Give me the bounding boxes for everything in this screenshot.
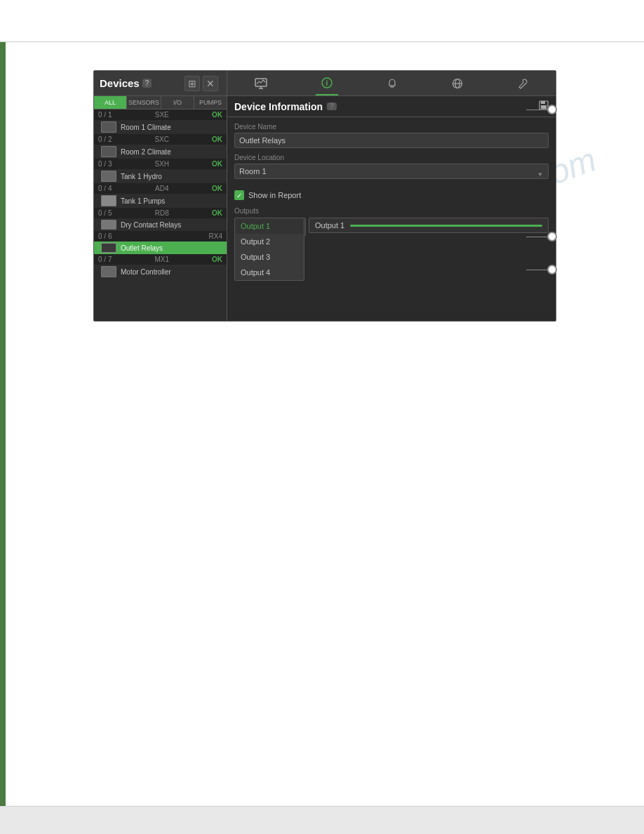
device-item-6[interactable]: Outlet Relays	[94, 241, 227, 254]
output-option-3[interactable]: Output 3	[235, 249, 304, 265]
device-type-4: AD4	[155, 185, 168, 192]
add-device-button[interactable]: ⊞	[185, 76, 200, 91]
device-group-header-6: 0 / 6 RX4	[94, 231, 227, 241]
device-icon-5	[101, 220, 116, 230]
nav-globe-icon[interactable]	[446, 71, 469, 95]
callout-line-3	[526, 270, 547, 270]
device-icon-7	[101, 266, 116, 277]
device-id-5: 0 / 5	[98, 209, 112, 217]
output-slider	[350, 225, 542, 227]
filter-tab-io[interactable]: I/O	[161, 96, 194, 109]
output-detail-area: Output 1	[309, 218, 549, 233]
device-group-header-4: 0 / 4 AD4 OK	[94, 183, 227, 194]
device-status-1: OK	[212, 111, 222, 119]
device-name-1: Room 1 Climate	[121, 124, 171, 131]
devices-title: Devices	[100, 77, 140, 89]
app-window: Devices ? ⊞ ✕	[93, 70, 556, 322]
device-id-6: 0 / 6	[98, 232, 112, 240]
device-group-header-7: 0 / 7 MX1 OK	[94, 254, 227, 265]
output-option-1[interactable]: Output 1	[235, 218, 304, 234]
callout-dot-1	[547, 105, 557, 114]
device-type-3: SXH	[154, 160, 169, 168]
app-content: ALL SENSORS I/O PUMPS 0 / 1 SXE OK Room …	[94, 96, 556, 321]
callout-dot-3	[547, 265, 557, 274]
device-item-3[interactable]: Tank 1 Hydro	[94, 169, 227, 183]
device-sidebar: ALL SENSORS I/O PUMPS 0 / 1 SXE OK Room …	[94, 96, 227, 321]
device-icon-2	[101, 146, 116, 157]
device-group-header-2: 0 / 2 SXC OK	[94, 134, 227, 145]
nav-wrench-icon[interactable]	[511, 71, 534, 95]
device-name-2: Room 2 Climate	[121, 148, 171, 156]
device-id-7: 0 / 7	[98, 256, 112, 263]
main-container: manualorive.com Devices ? ⊞ ✕	[6, 42, 644, 806]
panel-body: Device Name Device Location Room 1 Room …	[227, 117, 556, 321]
output-option-4[interactable]: Output 4	[235, 265, 304, 280]
panel-title: Device Information	[234, 101, 323, 112]
device-item-1[interactable]: Room 1 Climate	[94, 120, 227, 134]
toolbar-icons: ⊞ ✕	[185, 76, 221, 91]
device-location-wrapper: Room 1 Room 2	[234, 164, 549, 185]
device-item-7[interactable]: Motor Controller	[94, 265, 227, 279]
device-icon-1	[101, 121, 116, 133]
device-name-6: Outlet Relays	[121, 244, 163, 252]
device-status-2: OK	[212, 135, 222, 143]
nav-monitor-icon[interactable]	[249, 71, 273, 95]
device-item-2[interactable]: Room 2 Climate	[94, 145, 227, 159]
device-name-3: Tank 1 Hydro	[121, 173, 162, 180]
bottom-bar	[0, 806, 644, 834]
show-in-report-checkbox[interactable]	[234, 190, 244, 200]
svg-text:i: i	[326, 79, 328, 87]
callout-2	[526, 232, 557, 241]
outputs-label: Outputs	[234, 207, 549, 215]
device-type-2: SXC	[154, 135, 169, 143]
output-option-2[interactable]: Output 2	[235, 234, 304, 249]
nav-info-icon[interactable]: i	[316, 71, 338, 95]
device-name-label: Device Name	[234, 123, 549, 131]
device-name-7: Motor Controller	[121, 268, 171, 276]
device-status-3: OK	[212, 160, 222, 168]
devices-badge: ?	[142, 79, 152, 88]
callout-1	[526, 105, 557, 114]
device-icon-3	[101, 171, 116, 182]
device-type-7: MX1	[154, 256, 169, 263]
show-in-report-row: Show in Report	[234, 190, 549, 200]
device-icon-4	[101, 195, 116, 206]
callout-3	[526, 265, 557, 274]
device-name-5: Dry Contact Relays	[121, 221, 181, 229]
output-dropdown[interactable]: Output 1 Output 2 Output 3 Output 4	[234, 218, 304, 281]
device-icon-6	[101, 243, 116, 253]
device-id-3: 0 / 3	[98, 160, 112, 168]
panel-help-badge: ?	[327, 102, 337, 110]
filter-tab-sensors[interactable]: SENSORS	[127, 96, 161, 109]
device-type-1: SXE	[155, 111, 169, 119]
device-group-header-1: 0 / 1 SXE OK	[94, 110, 227, 120]
device-status-7: OK	[212, 256, 222, 263]
svg-rect-12	[541, 101, 545, 104]
nav-bell-icon[interactable]	[381, 71, 403, 95]
outputs-row: Output 1 Output 2 Output 3 Output 4	[234, 218, 549, 233]
nav-icons: i	[227, 71, 556, 95]
device-location-select[interactable]: Room 1 Room 2	[234, 164, 549, 179]
filter-tab-pumps[interactable]: PUMPS	[194, 96, 227, 109]
callout-line-1	[526, 110, 547, 110]
device-name-input[interactable]	[234, 133, 549, 148]
filter-tabs: ALL SENSORS I/O PUMPS	[94, 96, 227, 110]
filter-tab-all[interactable]: ALL	[94, 96, 127, 109]
device-status-5: OK	[212, 209, 222, 217]
devices-section: Devices ? ⊞ ✕	[94, 71, 227, 95]
app-toolbar: Devices ? ⊞ ✕	[94, 71, 556, 96]
device-type-5: RD8	[155, 209, 169, 217]
device-group-header-5: 0 / 5 RD8 OK	[94, 208, 227, 218]
device-type-6: RX4	[209, 232, 222, 240]
left-accent-bar	[0, 0, 6, 834]
device-info-panel: Device Information ? Device Name Device …	[227, 96, 556, 321]
device-item-4[interactable]: Tank 1 Pumps	[94, 194, 227, 208]
output-detail-name: Output 1	[315, 221, 344, 230]
device-status-4: OK	[212, 185, 222, 192]
show-in-report-label: Show in Report	[248, 191, 301, 199]
remove-device-button[interactable]: ✕	[203, 76, 218, 91]
device-item-5[interactable]: Dry Contact Relays	[94, 218, 227, 231]
top-bar	[0, 0, 644, 42]
callout-dot-2	[547, 232, 557, 241]
panel-header: Device Information ?	[227, 96, 556, 117]
